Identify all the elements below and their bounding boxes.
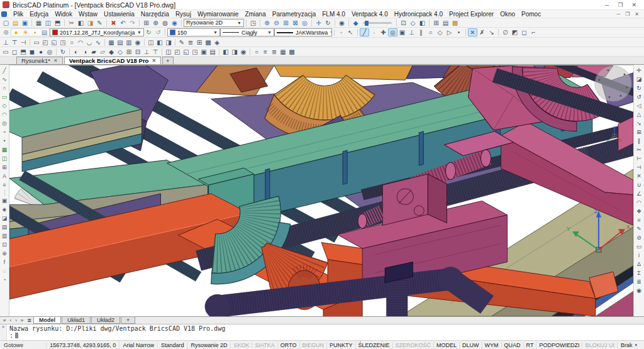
hp-valve-icon[interactable]: ◆ [107,48,116,56]
doc-minimize-button[interactable]: ─ [616,11,620,17]
menu-pomoc[interactable]: Pomoc [518,11,544,18]
wedge-3d-icon[interactable]: ◻ [10,48,19,56]
extend-icon[interactable]: ⊢ [635,154,643,163]
scale-icon[interactable]: △ [635,110,643,119]
area-icon[interactable]: Σ [635,269,643,277]
region-icon[interactable]: ◫ [0,154,9,163]
hp-calc-icon[interactable]: ◉ [239,48,248,56]
vp-round-elbow-icon[interactable]: ◠ [76,38,85,47]
status-toggle-podpowiedzi[interactable]: PODPOWIEDZI [536,342,582,348]
break-icon[interactable]: ✕ [635,172,643,180]
snap-from-icon[interactable]: ↖ [346,28,355,36]
vp-damper-icon[interactable]: ◫ [147,38,155,47]
snap-none-icon[interactable]: ∅ [501,28,510,36]
drawing-viewport[interactable]: Z Y X [9,65,633,316]
linetype-combo[interactable]: Ciągły▼ [220,28,274,36]
vp-settings-icon[interactable]: ◈ [213,38,221,47]
layout-nav-icon-1[interactable]: ‹ [8,318,13,323]
snap-extension-icon[interactable]: ↘ [487,28,496,36]
hp-export-xls-icon[interactable]: ▣ [199,48,208,56]
hp-about-icon[interactable]: ▦ [279,48,287,56]
font-name-field[interactable]: Arial Narrow [119,342,157,348]
offset-icon[interactable]: ∥ [635,136,643,145]
new-sheet-icon[interactable]: ▤ [441,19,450,27]
vp-duct-cross-icon[interactable]: ◳ [58,38,67,47]
text-style-field[interactable]: Standard [157,342,187,348]
edit-icon[interactable]: ✎ [635,224,643,233]
hp-pipe-straight-icon[interactable]: ◐ [72,48,80,56]
status-toggle-model[interactable]: MODEL [433,342,459,348]
open-icon[interactable]: ▤ [11,19,20,27]
new-layout-button[interactable]: + [121,317,135,324]
vp-diffuser-icon[interactable]: ▦ [107,38,116,47]
fillet-icon[interactable]: ◠ [635,198,643,207]
menu-narz-dzia[interactable]: Narzędzia [138,11,172,18]
rotate-3d-icon[interactable]: ↺ [635,92,643,101]
status-toggle-quad[interactable]: QUAD [501,342,523,348]
lineweight-combo[interactable]: JAKWarstwa▼ [274,28,332,36]
hp-schedule-icon[interactable]: ◰ [173,48,182,56]
properties-panel-icon[interactable]: ⊞ [142,19,151,27]
menu-zmiana[interactable]: Zmiana [242,11,269,18]
hp-tools-icon[interactable]: ▩ [287,48,296,56]
copy-icon[interactable]: ◧ [76,19,86,27]
vp-duct-vertical-icon[interactable]: ⊤ [10,38,19,47]
menu-rysuj[interactable]: Rysuj [172,11,194,18]
plot-icon[interactable]: ▦ [34,19,43,27]
workspace-combo[interactable]: Rysowanie 2D▼ [184,19,244,27]
layout-tab-układ1[interactable]: Układ1 [62,317,91,324]
hp-support-icon[interactable]: ⊥ [142,48,151,56]
snap-quadrant-icon[interactable]: ◇ [435,28,445,36]
status-toggle-szerokość[interactable]: SZEROKOŚĆ [392,342,434,348]
hatch-icon[interactable]: ▦ [0,145,9,154]
tab-close-icon[interactable]: ✕ [53,58,58,64]
vp-round-duct-icon[interactable]: ○ [67,38,76,47]
layout-nav-icon-2[interactable]: › [13,318,19,323]
layer-lock-icon[interactable]: ▪ [30,28,40,36]
vp-duct-horizontal-icon[interactable]: ⊥ [1,38,10,47]
union-icon[interactable]: ● [36,48,45,56]
snap-point-icon[interactable]: • [454,28,464,36]
copy-entity-icon[interactable]: ◪ [635,75,643,84]
snap-parallel-icon[interactable]: ∥ [416,28,426,36]
navigation-sphere[interactable] [595,66,631,101]
mirror-icon[interactable]: ◁ [635,101,643,110]
menu-edycja[interactable]: Edycja [26,11,52,18]
document-tab[interactable]: Rysunek1*✕ [16,57,63,64]
coordinates-display[interactable]: 15673.3748, 4293.9165, 0 [46,342,119,348]
move-icon[interactable]: ✛ [635,66,643,75]
hp-hanger-icon[interactable]: ⊟ [133,48,142,56]
freehand-icon[interactable]: ~ [0,128,9,136]
delete-icon[interactable]: ✖ [109,19,118,27]
polygon-icon[interactable]: ◇ [0,101,9,110]
pedit-icon[interactable]: ▭ [635,242,643,251]
viewport-canvas[interactable]: Z Y X [9,65,633,316]
rotate-icon[interactable]: ↻ [635,84,643,92]
menu-parametryzacja[interactable]: Parametryzacja [269,11,319,18]
cut-icon[interactable]: ✂ [67,19,76,27]
render-quality-icon[interactable]: ◆ [351,19,360,27]
status-toggle-biegun[interactable]: BIEGUN [299,342,327,348]
vp-label-duct-icon[interactable]: ✎ [177,38,186,47]
point-icon[interactable]: • [0,136,9,145]
vp-duct-section-icon[interactable]: ⊣ [19,38,28,47]
menu-okno[interactable]: Okno [497,11,518,18]
circle-icon[interactable]: ○ [0,84,9,92]
regen-3d-icon[interactable]: ◉ [635,286,643,295]
doc-restore-button[interactable]: ❐ [625,11,630,17]
look-from-icon[interactable]: ◉ [337,19,347,27]
wipeout-icon[interactable]: ◌ [0,267,9,275]
vp-bom-table-icon[interactable]: ≣ [186,38,195,47]
zoom-out-icon[interactable]: ⊖ [272,19,281,27]
snap-settings-icon[interactable]: ◩ [510,28,519,36]
render-icon[interactable]: ◍ [160,19,170,27]
command-caret[interactable] [15,333,18,338]
hp-pipe-reducer-icon[interactable]: ▱ [98,48,107,56]
vp-filter-icon[interactable]: ◧ [155,38,164,47]
properties-icon[interactable]: ≣ [635,277,643,286]
menu-ustawienia[interactable]: Ustawienia [101,11,138,18]
field-icon[interactable]: f [0,258,9,267]
hp-sleeve-icon[interactable]: ⊤ [151,48,160,56]
ole-object-icon[interactable]: ⊡ [0,240,9,249]
layer-combo[interactable]: 2017.12.28_JTJ_Koordynacja▼ [50,28,144,36]
